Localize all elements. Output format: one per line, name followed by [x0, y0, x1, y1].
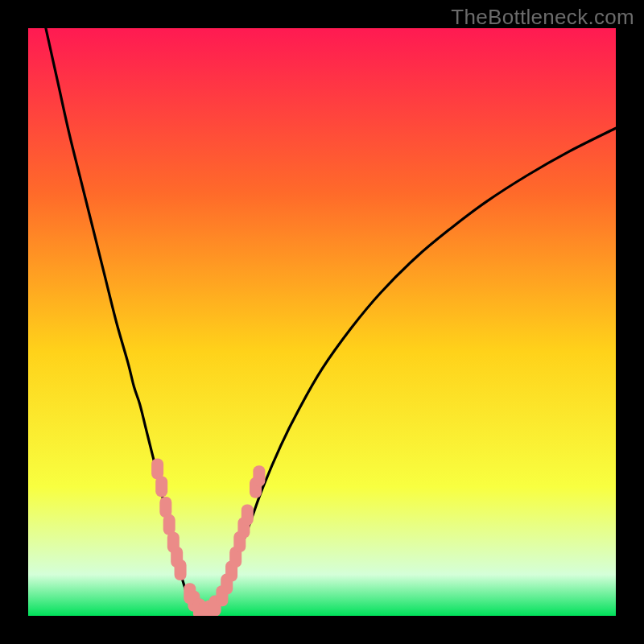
plot-area: [28, 28, 616, 616]
curve-layer: [28, 28, 616, 616]
marker-group: [151, 459, 265, 617]
data-marker: [242, 504, 254, 525]
data-marker: [253, 465, 265, 486]
watermark-text: TheBottleneck.com: [451, 5, 634, 30]
data-marker: [175, 559, 187, 580]
chart-frame: TheBottleneck.com: [0, 0, 644, 644]
data-marker: [155, 476, 167, 497]
bottleneck-curve: [46, 28, 616, 613]
